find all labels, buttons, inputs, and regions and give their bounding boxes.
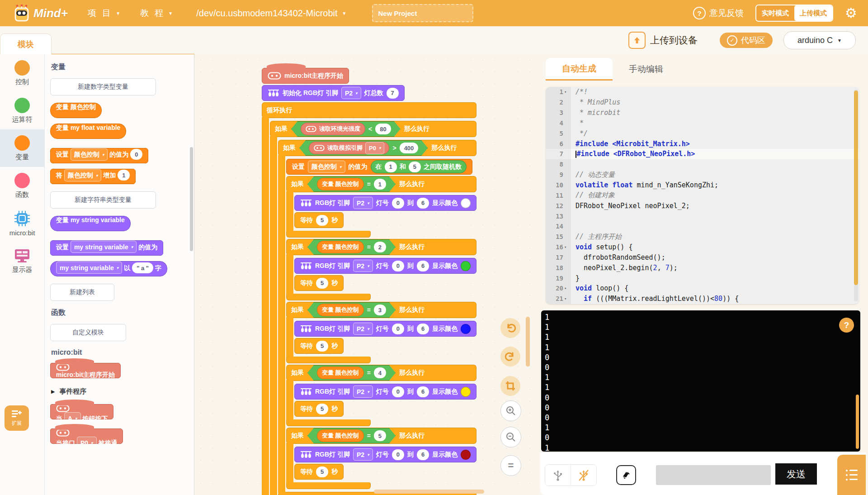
- button-dropdown[interactable]: A▾: [64, 412, 81, 424]
- palette-block-change-variable[interactable]: 将 颜色控制▾ 增加 1: [50, 169, 136, 184]
- threshold-input[interactable]: 400: [400, 143, 419, 153]
- pin-dropdown[interactable]: P2▾: [341, 87, 361, 99]
- color-swatch[interactable]: [461, 198, 471, 208]
- random-max-input[interactable]: 5: [409, 162, 421, 172]
- feedback-button[interactable]: ? 意见反馈: [693, 7, 744, 19]
- wait-seconds-input[interactable]: 5: [316, 341, 328, 352]
- clear-screen-button[interactable]: [616, 465, 636, 485]
- pin-dropdown[interactable]: P2▾: [353, 260, 373, 272]
- led-from-input[interactable]: 0: [392, 198, 404, 209]
- new-string-variable-button[interactable]: 新建字符串类型变量: [50, 191, 156, 209]
- led-from-input[interactable]: 0: [392, 386, 404, 397]
- project-name-field[interactable]: New Project: [372, 4, 473, 22]
- sidebar-item-control[interactable]: 控制: [0, 54, 44, 92]
- wait-block[interactable]: 等待 5 秒: [294, 275, 344, 291]
- read-analog-reporter[interactable]: 读取模拟引脚 P0▾: [309, 142, 389, 154]
- usb-connect-button[interactable]: [545, 465, 571, 485]
- sidebar-item-display[interactable]: 显示器: [0, 242, 44, 280]
- language-select[interactable]: arduino C▼: [783, 31, 856, 49]
- pin-dropdown[interactable]: P0▾: [365, 142, 384, 154]
- rgb-show-color-block[interactable]: RGB灯 引脚 P2▾ 灯号 0 到 6 显示颜色: [294, 384, 476, 400]
- palette-block-when-button[interactable]: 当 A▾ 按钮按下: [50, 404, 113, 419]
- led-from-input[interactable]: 0: [392, 261, 404, 271]
- if-color-5-block[interactable]: 如果 变量 颜色控制 = 5 那么执行: [286, 428, 476, 489]
- variable-reporter[interactable]: 变量 颜色控制: [317, 304, 364, 316]
- screenshot-crop-button[interactable]: [500, 376, 520, 396]
- workspace-canvas[interactable]: micro:bit主程序开始 初始化 RGB灯 引脚 P2▾ 灯总数 7 循环执…: [195, 54, 540, 495]
- custom-block-button[interactable]: 自定义模块: [50, 324, 126, 341]
- threshold-input[interactable]: 80: [375, 124, 391, 134]
- pin-dropdown[interactable]: P2▾: [353, 197, 373, 209]
- serial-help-button[interactable]: ?: [839, 318, 854, 333]
- tab-manual-edit[interactable]: 手动编辑: [613, 58, 679, 81]
- variable-dropdown[interactable]: my string variable▾: [71, 241, 137, 253]
- wait-block[interactable]: 等待 5 秒: [294, 401, 344, 417]
- led-to-input[interactable]: 6: [417, 449, 429, 460]
- color-swatch[interactable]: [461, 324, 471, 334]
- variable-dropdown[interactable]: 颜色控制▾: [71, 148, 108, 161]
- palette-block-set-string[interactable]: 设置 my string variable▾ 的值为: [50, 240, 163, 256]
- rgb-show-color-block[interactable]: RGB灯 引脚 P2▾ 灯号 0 到 6 显示颜色: [294, 321, 476, 337]
- events-group-toggle[interactable]: ▶ 事件程序: [51, 387, 194, 396]
- send-button[interactable]: 发送: [775, 463, 817, 485]
- zoom-reset-button[interactable]: =: [500, 455, 521, 476]
- wait-block[interactable]: 等待 5 秒: [294, 338, 344, 354]
- variable-dropdown[interactable]: 颜色控制▾: [64, 169, 102, 181]
- if-color-5-header[interactable]: 如果 变量 颜色控制 = 5 那么执行: [286, 428, 476, 444]
- if-color-1-block[interactable]: 如果 变量 颜色控制 = 1 那么执行: [286, 176, 476, 238]
- extensions-button[interactable]: 扩展: [5, 405, 29, 431]
- pin-dropdown[interactable]: P2▾: [353, 323, 373, 335]
- equals-condition[interactable]: 变量 颜色控制 = 4: [307, 365, 396, 381]
- compare-input[interactable]: 2: [374, 242, 386, 252]
- sidebar-item-variables[interactable]: 变量: [0, 129, 44, 167]
- led-to-input[interactable]: 6: [417, 324, 429, 334]
- main-program-hat-block[interactable]: micro:bit主程序开始: [262, 68, 349, 84]
- serial-monitor[interactable]: 1 1 1 1 0 0 1 1 0 0 0 1 0 1 ?: [541, 310, 860, 452]
- upload-to-device-button[interactable]: 上传到设备: [628, 32, 698, 49]
- serial-scrollbar[interactable]: [856, 395, 859, 449]
- if-color-4-block[interactable]: 如果 变量 颜色控制 = 4 那么执行: [286, 365, 476, 426]
- forever-loop-header[interactable]: 循环执行: [262, 102, 476, 118]
- variable-reporter[interactable]: 变量 颜色控制: [317, 178, 364, 190]
- light-condition[interactable]: 读取环境光强度 < 80: [291, 121, 401, 137]
- variable-dropdown[interactable]: my string variable▾: [56, 262, 122, 274]
- led-to-input[interactable]: 6: [417, 261, 429, 271]
- color-swatch[interactable]: [461, 450, 471, 460]
- if-light-block[interactable]: 如果 读取环境光强度 < 80: [270, 121, 476, 495]
- variable-reporter[interactable]: 变量 颜色控制: [317, 366, 364, 379]
- equals-condition[interactable]: 变量 颜色控制 = 5: [307, 428, 396, 443]
- palette-block-main-program[interactable]: micro:bit主程序开始: [50, 363, 121, 378]
- wait-block[interactable]: 等待 5 秒: [294, 464, 344, 480]
- zoom-in-button[interactable]: [500, 400, 521, 421]
- palette-block-when-pin[interactable]: 当接口 P0▾ 被接通: [50, 428, 123, 444]
- serial-settings-flap[interactable]: [837, 455, 866, 495]
- init-rgb-block[interactable]: 初始化 RGB灯 引脚 P2▾ 灯总数 7: [262, 85, 405, 101]
- palette-block-string-join[interactable]: my string variable▾ 以 " a " 字: [50, 261, 167, 276]
- wait-block[interactable]: 等待 5 秒: [294, 212, 344, 228]
- new-list-button[interactable]: 新建列表: [50, 284, 114, 301]
- if-color-1-header[interactable]: 如果 变量 颜色控制 = 1 那么执行: [286, 176, 476, 192]
- palette-block-var-string[interactable]: 变量 my string variable: [50, 216, 131, 231]
- palette-block-set-variable[interactable]: 设置 颜色控制▾ 的值为 0: [50, 148, 148, 163]
- mindplus-logo[interactable]: Mind+: [13, 5, 68, 22]
- variable-reporter[interactable]: 变量 颜色控制: [317, 429, 364, 442]
- device-selector[interactable]: /dev/cu.usbmodem143402-Microbit▼: [196, 8, 346, 19]
- sidebar-item-microbit[interactable]: micro:bit: [0, 205, 44, 242]
- if-color-2-header[interactable]: 如果 变量 颜色控制 = 2 那么执行: [286, 239, 476, 255]
- equals-condition[interactable]: 变量 颜色控制 = 1: [307, 176, 396, 192]
- undo-button[interactable]: [500, 318, 520, 338]
- compare-input[interactable]: 5: [374, 430, 386, 441]
- zoom-out-button[interactable]: [500, 427, 521, 447]
- color-swatch[interactable]: [461, 387, 471, 397]
- random-number-reporter[interactable]: 在 1 和 5 之间取随机数: [371, 160, 467, 173]
- wait-seconds-input[interactable]: 5: [316, 278, 328, 289]
- compare-input[interactable]: 4: [374, 367, 386, 378]
- workspace-horizontal-scrollbar[interactable]: [374, 490, 484, 494]
- palette-scrollbar[interactable]: [190, 147, 193, 251]
- if-light-header[interactable]: 如果 读取环境光强度 < 80: [270, 121, 476, 137]
- wait-seconds-input[interactable]: 5: [316, 404, 328, 414]
- value-input[interactable]: 0: [130, 149, 142, 160]
- forever-loop-block[interactable]: 循环执行 如果 读取环境光强度: [262, 102, 476, 495]
- if-analog-header[interactable]: 如果 读取模拟引脚 P0▾: [278, 140, 476, 156]
- analog-condition[interactable]: 读取模拟引脚 P0▾ > 400: [299, 140, 428, 156]
